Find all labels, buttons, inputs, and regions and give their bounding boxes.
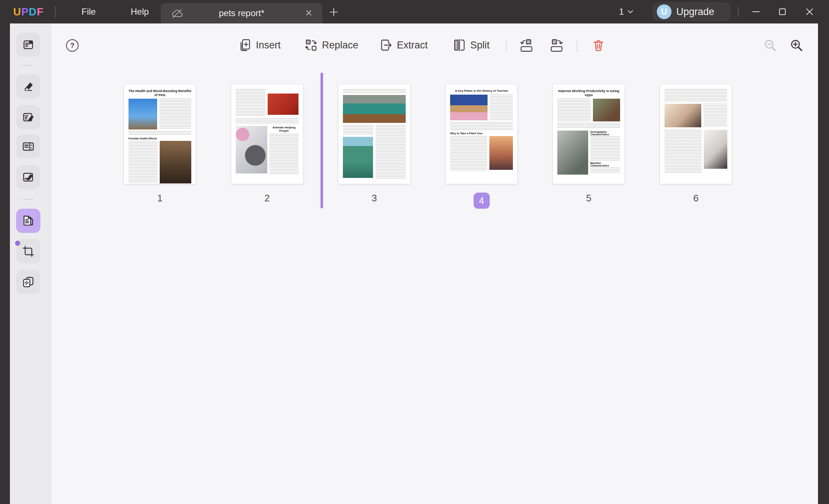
text-lines [665, 89, 727, 102]
page-thumbnail-2[interactable]: Animals Helping People 2 [231, 84, 303, 204]
text-lines [128, 141, 158, 183]
extract-page-icon [379, 38, 393, 52]
photo-cat-tulips [236, 126, 267, 174]
replace-page-icon [304, 38, 318, 52]
split-label: Split [470, 40, 490, 51]
replace-button[interactable]: Replace [304, 38, 358, 52]
mini-title: The Health and Mood-Boosting Benefits of… [128, 89, 191, 97]
sidebar-item-sign[interactable] [16, 165, 40, 189]
text-lines [665, 130, 702, 173]
page-number: 1 [157, 193, 162, 204]
text-lines [128, 131, 191, 136]
photo-eiffel-tower [489, 136, 513, 170]
sidebar-item-organize-pages[interactable] [16, 209, 40, 233]
delete-icon [591, 38, 606, 53]
mini-heading: Baseline Characteristics [590, 162, 620, 167]
text-lines [450, 122, 513, 130]
maximize-button[interactable] [776, 6, 789, 18]
insert-button[interactable]: Insert [238, 38, 281, 52]
logo-letter-d: D [29, 6, 37, 18]
photo-dog-and-cat [160, 141, 191, 183]
photo-tropical-lagoon [343, 137, 373, 178]
highlighter-icon [22, 80, 35, 93]
page-preview[interactable]: The Health and Mood-Boosting Benefits of… [124, 84, 196, 184]
page-preview[interactable]: A Key Phase in the History of Tourism Wh… [446, 84, 517, 184]
page-preview[interactable] [339, 84, 410, 184]
new-tab-icon[interactable] [329, 7, 339, 18]
page-preview[interactable]: Improve Working Productivity in Using Ap… [553, 84, 625, 184]
page-thumbnail-3[interactable]: 3 [339, 84, 410, 204]
rotate-right-icon [549, 38, 564, 53]
logo-letter-u: U [13, 6, 21, 18]
logo-letter-f: F [37, 6, 44, 18]
text-lines [269, 134, 298, 175]
mini-heading: Demographic Characteristics [590, 131, 620, 136]
zoom-out-icon [763, 38, 778, 53]
page-preview[interactable] [660, 84, 732, 184]
sign-icon [22, 171, 35, 184]
text-lines [159, 99, 191, 129]
updf-logo: UPDF [13, 6, 44, 18]
page-thumbnail-6[interactable]: 6 [660, 84, 732, 204]
upgrade-button[interactable]: U Upgrade [653, 2, 731, 21]
sidebar-active-dot [15, 241, 20, 246]
replace-label: Replace [322, 40, 358, 51]
cloud-off-icon [171, 8, 184, 21]
photo-dogs-red [268, 94, 298, 115]
organize-pages-icon [22, 214, 35, 227]
sidebar-item-watermark[interactable] [16, 270, 40, 294]
page-thumbnail-1[interactable]: The Health and Mood-Boosting Benefits of… [124, 84, 196, 204]
page-thumbnail-4[interactable]: A Key Phase in the History of Tourism Wh… [446, 84, 517, 209]
sidebar-divider [23, 65, 33, 66]
mini-heading: Why to Take a Plant Tour [450, 132, 513, 135]
page-number-selector[interactable]: 1 [619, 0, 634, 23]
mini-title: A Key Phase in the History of Tourism [450, 89, 513, 92]
rotate-left-button[interactable] [519, 38, 534, 54]
sidebar-item-reader[interactable] [16, 33, 40, 57]
photo-cat-sky [128, 99, 157, 129]
photo-people-working [557, 131, 588, 175]
photo-team-meeting [593, 99, 620, 121]
page-preview[interactable]: Animals Helping People [231, 84, 303, 184]
chevron-down-icon [627, 10, 634, 14]
mini-title: Improve Working Productivity in Using Ap… [557, 89, 620, 97]
split-button[interactable]: Split [452, 38, 490, 52]
text-lines [236, 118, 298, 124]
insert-page-icon [238, 38, 252, 52]
text-lines [703, 104, 727, 127]
tab-close-icon[interactable] [305, 9, 313, 18]
page-thumbnail-5[interactable]: Improve Working Productivity in Using Ap… [553, 84, 625, 204]
text-lines [343, 125, 373, 135]
page-number: 5 [586, 193, 591, 204]
text-lines [557, 99, 591, 121]
delete-page-button[interactable] [591, 38, 606, 54]
watermark-icon [22, 275, 35, 289]
help-icon[interactable]: ? [66, 39, 79, 52]
photo-woman-computer [704, 130, 727, 169]
minimize-button[interactable] [750, 6, 762, 18]
window-controls-divider [738, 7, 739, 17]
sidebar-item-form[interactable] [16, 134, 40, 158]
menu-file[interactable]: File [72, 0, 105, 23]
sidebar-item-highlighter[interactable] [16, 74, 40, 99]
zoom-in-button[interactable] [789, 38, 804, 54]
zoom-in-icon [789, 38, 804, 53]
extract-button[interactable]: Extract [379, 38, 428, 52]
rotate-right-button[interactable] [549, 38, 564, 54]
updf-app-window: { "titlebar": { "logo": { "u": "U", "p":… [0, 0, 829, 504]
menu-help[interactable]: Help [121, 0, 158, 23]
left-sidebar [10, 23, 51, 504]
upgrade-label: Upgrade [676, 6, 714, 18]
close-button[interactable] [803, 6, 816, 18]
sidebar-item-comment[interactable] [16, 105, 40, 129]
extract-label: Extract [397, 40, 428, 51]
mini-heading: Animals Helping People [269, 126, 298, 132]
page-number-badge: 4 [474, 193, 490, 209]
form-icon [22, 140, 35, 153]
document-tab[interactable]: pets report* [161, 3, 322, 23]
page-number: 3 [372, 193, 377, 204]
sidebar-divider [23, 199, 33, 200]
tab-title: pets report* [219, 8, 264, 18]
text-lines [343, 89, 406, 94]
reader-icon [22, 38, 35, 51]
